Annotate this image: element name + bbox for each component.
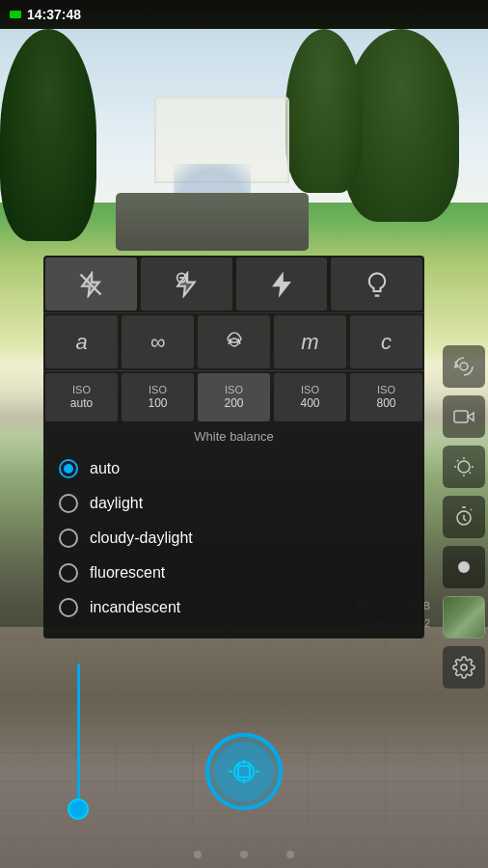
wb-cloudy-radio[interactable] bbox=[59, 529, 78, 548]
wb-auto-label: auto bbox=[90, 460, 120, 477]
svg-point-2 bbox=[458, 461, 470, 473]
nav-dot-2[interactable] bbox=[240, 851, 248, 858]
wb-fluorescent-option[interactable]: fluorescent bbox=[53, 556, 415, 590]
flash-auto-button[interactable] bbox=[141, 258, 232, 311]
wb-incandescent-label: incandescent bbox=[90, 599, 180, 616]
nav-dot-1[interactable] bbox=[194, 851, 202, 858]
status-bar: 14:37:48 bbox=[0, 0, 488, 29]
video-mode-button[interactable] bbox=[443, 395, 485, 438]
focus-infinity-button[interactable]: ∞ bbox=[122, 315, 194, 368]
white-balance-options: auto daylight cloudy-daylight fluorescen… bbox=[43, 448, 424, 629]
wb-auto-radio[interactable] bbox=[59, 459, 78, 478]
wb-incandescent-radio[interactable] bbox=[59, 598, 78, 617]
white-balance-label: White balance bbox=[43, 423, 424, 448]
iso-row: ISO auto ISO 100 ISO 200 ISO 400 ISO 800 bbox=[43, 371, 424, 423]
flash-off-button[interactable] bbox=[45, 258, 137, 311]
light-button[interactable] bbox=[331, 258, 422, 311]
iso-400-button[interactable]: ISO 400 bbox=[274, 373, 346, 421]
focus-macro-button[interactable] bbox=[198, 315, 270, 368]
focus-auto-button[interactable]: a bbox=[45, 315, 118, 368]
svg-rect-1 bbox=[454, 411, 468, 422]
nav-dot-3[interactable] bbox=[286, 851, 294, 858]
iso-100-button[interactable]: ISO 100 bbox=[122, 373, 194, 421]
switch-camera-button[interactable] bbox=[443, 345, 485, 388]
tree-right2 bbox=[285, 29, 363, 193]
exposure-button[interactable] bbox=[443, 446, 485, 488]
svg-rect-9 bbox=[238, 766, 250, 777]
wb-fluorescent-radio[interactable] bbox=[59, 563, 78, 583]
svg-point-4 bbox=[461, 665, 467, 670]
svg-point-0 bbox=[460, 363, 468, 370]
battery-icon bbox=[10, 11, 21, 18]
iso-200-button[interactable]: ISO 200 bbox=[198, 373, 270, 421]
time-display: 14:37:48 bbox=[27, 7, 81, 22]
wb-cloudy-option[interactable]: cloudy-daylight bbox=[53, 521, 415, 556]
focus-continuous-button[interactable]: c bbox=[350, 315, 422, 368]
focus-manual-button[interactable]: m bbox=[274, 315, 346, 368]
wb-cloudy-label: cloudy-daylight bbox=[90, 529, 193, 547]
iso-800-button[interactable]: ISO 800 bbox=[350, 373, 422, 421]
flash-mode-row bbox=[43, 256, 424, 313]
shutter-inner bbox=[214, 742, 274, 801]
wb-daylight-label: daylight bbox=[90, 495, 143, 512]
iso-auto-button[interactable]: ISO auto bbox=[45, 373, 118, 421]
white-dot-button[interactable] bbox=[443, 546, 485, 588]
thumbnail-preview[interactable] bbox=[443, 596, 485, 638]
wb-auto-option[interactable]: auto bbox=[53, 451, 415, 486]
wb-fluorescent-label: fluorescent bbox=[90, 564, 165, 582]
flash-on-button[interactable] bbox=[236, 258, 328, 311]
timer-line bbox=[77, 664, 80, 799]
fountain-base bbox=[116, 193, 309, 251]
wb-incandescent-option[interactable]: incandescent bbox=[53, 590, 415, 625]
timer-indicator bbox=[68, 799, 89, 820]
wb-daylight-option[interactable]: daylight bbox=[53, 486, 415, 521]
shutter-button[interactable] bbox=[205, 733, 283, 810]
focus-mode-row: a ∞ m c bbox=[43, 313, 424, 371]
timer-dot[interactable] bbox=[68, 799, 89, 820]
settings-button[interactable] bbox=[443, 646, 485, 689]
controls-panel: a ∞ m c ISO auto ISO 100 ISO bbox=[43, 256, 424, 638]
timer-button[interactable] bbox=[443, 496, 485, 538]
wb-daylight-radio[interactable] bbox=[59, 494, 78, 513]
nav-dots bbox=[0, 851, 488, 858]
tree-left bbox=[0, 29, 96, 241]
